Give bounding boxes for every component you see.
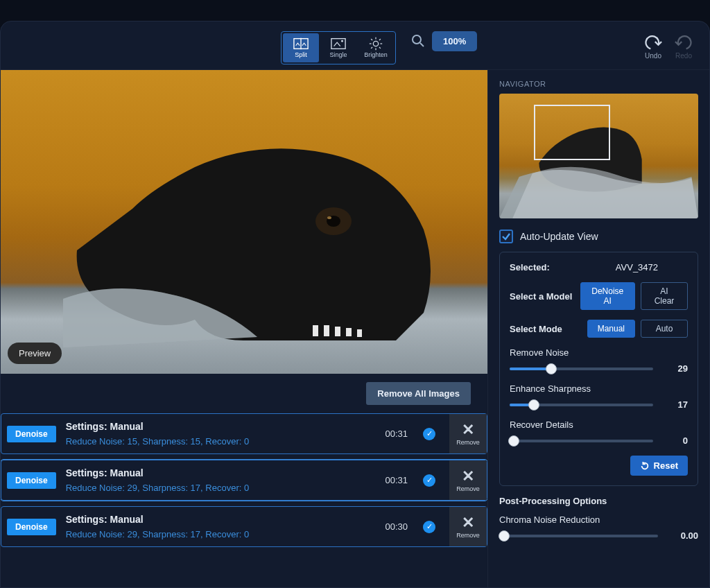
queue-item-sub: Reduce Noise: 29, Sharpness: 17, Recover… <box>66 483 376 493</box>
remove-all-button[interactable]: Remove All Images <box>366 382 471 405</box>
chroma-label: Chroma Noise Reduction <box>499 514 698 525</box>
chroma-slider[interactable] <box>499 535 658 537</box>
mode-row: Select Mode Manual Auto <box>510 320 688 338</box>
preview-area[interactable]: Preview <box>1 70 487 374</box>
queue-item-info: Settings: Manual Reduce Noise: 29, Sharp… <box>66 467 376 493</box>
auto-update-label: Auto-Update View <box>520 231 598 242</box>
remove-noise-row: Remove Noise 29 <box>510 347 688 374</box>
model-aiclear-button[interactable]: AI Clear <box>641 282 688 310</box>
toolbar-center: Split Single Brighten <box>281 31 477 64</box>
auto-update-checkbox[interactable] <box>499 230 513 243</box>
queue-item-remove-button[interactable]: ✕ Remove <box>449 414 487 453</box>
queue-item-remove-button[interactable]: ✕ Remove <box>449 507 487 546</box>
queue-item-info: Settings: Manual Reduce Noise: 15, Sharp… <box>66 421 376 447</box>
svg-line-9 <box>371 39 372 40</box>
close-icon: ✕ <box>462 422 474 438</box>
brighten-icon <box>368 37 383 50</box>
queue-item[interactable]: Denoise Settings: Manual Reduce Noise: 2… <box>1 460 487 501</box>
main-row: Preview Remove All Images Denoise Settin… <box>1 70 709 587</box>
chroma-value: 0.00 <box>668 530 698 541</box>
left-column: Preview Remove All Images Denoise Settin… <box>1 70 487 587</box>
single-view-button[interactable]: Single <box>320 33 356 62</box>
recover-details-row: Recover Details 0 <box>510 420 688 446</box>
preview-illustration <box>35 91 465 354</box>
queue-item-info: Settings: Manual Reduce Noise: 29, Sharp… <box>66 514 376 539</box>
navigator-label: NAVIGATOR <box>499 80 698 88</box>
queue-item-remove-button[interactable]: ✕ Remove <box>449 460 487 500</box>
svg-rect-22 <box>357 329 362 337</box>
svg-point-17 <box>327 216 331 219</box>
remove-label: Remove <box>456 532 480 539</box>
svg-line-12 <box>379 39 381 40</box>
preview-image <box>1 70 487 374</box>
mode-manual-button[interactable]: Manual <box>587 320 635 338</box>
denoise-badge: Denoise <box>7 472 56 489</box>
queue-list: Denoise Settings: Manual Reduce Noise: 1… <box>1 413 487 587</box>
model-label: Select a Model <box>510 291 580 302</box>
remove-noise-value: 29 <box>663 363 688 374</box>
selected-row: Selected: AVV_3472 <box>510 262 688 273</box>
enhance-sharpness-row: Enhance Sharpness 17 <box>510 383 688 410</box>
queue-item-time: 00:31 <box>385 429 408 439</box>
remove-label: Remove <box>456 485 480 492</box>
svg-rect-20 <box>335 327 340 336</box>
reset-button[interactable]: Reset <box>630 456 688 476</box>
remove-noise-slider[interactable] <box>510 368 653 370</box>
queue-item-time: 00:30 <box>385 521 408 532</box>
toolbar: Split Single Brighten <box>1 21 709 70</box>
brighten-label: Brighten <box>364 51 388 58</box>
recover-details-value: 0 <box>663 435 688 446</box>
denoise-badge: Denoise <box>7 519 56 535</box>
toolbar-right: Undo Redo <box>644 35 693 60</box>
single-icon <box>331 37 346 50</box>
remove-noise-label: Remove Noise <box>510 347 688 358</box>
queue-item[interactable]: Denoise Settings: Manual Reduce Noise: 1… <box>1 413 487 454</box>
post-processing-title: Post-Processing Options <box>499 496 698 506</box>
single-label: Single <box>329 51 347 58</box>
queue-item[interactable]: Denoise Settings: Manual Reduce Noise: 2… <box>1 506 487 547</box>
redo-label: Redo <box>675 52 692 60</box>
svg-point-3 <box>341 40 343 42</box>
zoom-level[interactable]: 100% <box>432 31 477 51</box>
mode-segment: Manual Auto <box>587 320 688 338</box>
zoom-icon[interactable] <box>411 34 425 48</box>
chroma-row: Chroma Noise Reduction 0.00 <box>499 514 698 541</box>
denoise-badge: Denoise <box>7 426 56 442</box>
svg-rect-19 <box>324 325 329 336</box>
selected-value: AVV_3472 <box>586 262 688 273</box>
zoom-group: 100% <box>411 31 477 51</box>
queue-item-check-icon[interactable]: ✓ <box>423 474 435 487</box>
navigator-thumbnail[interactable] <box>499 94 698 218</box>
right-panel: NAVIGATOR Auto-Update View Selected: <box>487 70 709 587</box>
brighten-button[interactable]: Brighten <box>358 33 394 62</box>
mode-auto-button[interactable]: Auto <box>641 320 688 338</box>
reset-label: Reset <box>654 460 678 471</box>
model-row: Select a Model DeNoise AI AI Clear <box>510 282 688 310</box>
svg-line-10 <box>379 46 381 48</box>
enhance-sharpness-slider[interactable] <box>510 404 653 406</box>
selected-label: Selected: <box>510 262 586 273</box>
split-view-button[interactable]: Split <box>283 33 319 62</box>
enhance-sharpness-label: Enhance Sharpness <box>510 383 688 394</box>
enhance-sharpness-value: 17 <box>663 399 688 410</box>
queue-item-title: Settings: Manual <box>66 514 376 525</box>
reset-icon <box>640 461 650 471</box>
close-icon: ✕ <box>462 469 474 484</box>
svg-line-14 <box>420 43 424 46</box>
redo-button[interactable]: Redo <box>675 35 693 60</box>
recover-details-label: Recover Details <box>510 420 688 430</box>
queue-item-check-icon[interactable]: ✓ <box>423 521 435 533</box>
mode-label: Select Mode <box>510 324 587 334</box>
undo-button[interactable]: Undo <box>644 35 662 60</box>
undo-label: Undo <box>645 52 661 60</box>
queue-item-sub: Reduce Noise: 29, Sharpness: 17, Recover… <box>66 529 376 539</box>
navigator-viewport[interactable] <box>534 105 610 160</box>
model-denoise-button[interactable]: DeNoise AI <box>580 282 635 310</box>
auto-update-row: Auto-Update View <box>499 230 698 243</box>
queue-item-check-icon[interactable]: ✓ <box>423 428 435 440</box>
recover-details-slider[interactable] <box>510 440 653 442</box>
split-icon <box>293 37 309 50</box>
queue-item-title: Settings: Manual <box>66 467 376 478</box>
view-mode-group: Split Single Brighten <box>281 31 396 64</box>
split-label: Split <box>295 51 307 58</box>
